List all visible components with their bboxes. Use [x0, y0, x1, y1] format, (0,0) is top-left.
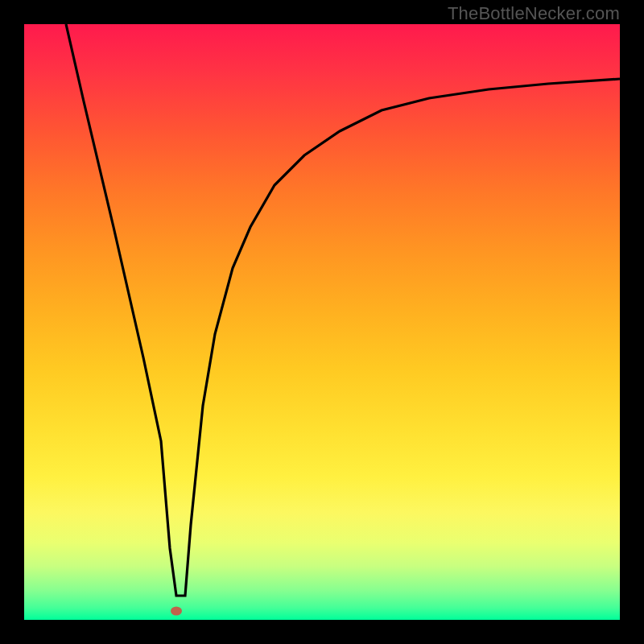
- marker-point: [171, 607, 182, 616]
- curve-svg: [24, 24, 620, 620]
- bottleneck-curve: [66, 24, 620, 596]
- watermark-text: TheBottleNecker.com: [448, 3, 620, 24]
- plot-area: [24, 24, 620, 620]
- chart-container: TheBottleNecker.com: [0, 0, 644, 644]
